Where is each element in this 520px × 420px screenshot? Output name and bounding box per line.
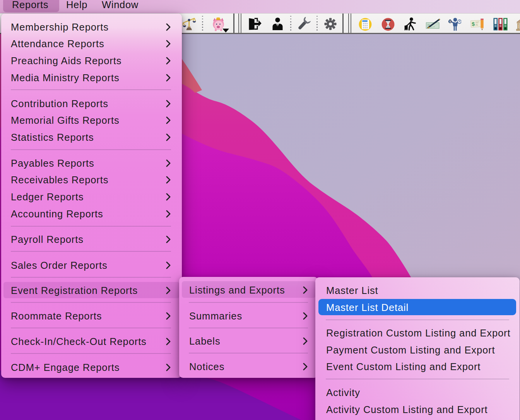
svg-text:$: $	[472, 21, 475, 27]
svg-text:$: $	[449, 20, 451, 23]
